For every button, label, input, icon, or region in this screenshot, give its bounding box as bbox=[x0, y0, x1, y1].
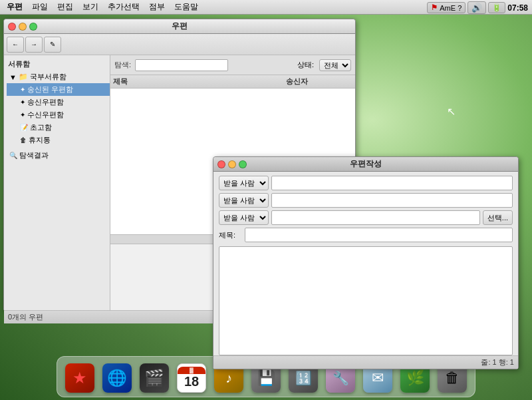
recipient1-input[interactable] bbox=[271, 176, 513, 190]
status-select[interactable]: 전체 bbox=[319, 59, 351, 71]
compose-window: 우편작성 받을 사람 받을 사람 받을 사람 선택... 제목: bbox=[213, 156, 519, 369]
mail-toolbar: ← → ✎ bbox=[4, 34, 355, 55]
volume-icon[interactable]: 🔊 bbox=[471, 3, 482, 13]
tray-box: ⚑ AmE ? bbox=[427, 2, 466, 13]
star-app-icon: ★ bbox=[65, 363, 94, 393]
dock-item-star[interactable]: ★ bbox=[63, 359, 97, 394]
calendar-app-icon: ▓ 18 bbox=[177, 363, 206, 393]
status-label: 상태: bbox=[297, 60, 314, 70]
window-controls bbox=[8, 23, 37, 31]
menubar: 우편 파일 편집 보기 추가선택 점부 도움말 ⚑ AmE ? 🔊 🔋 07:5… bbox=[0, 0, 532, 15]
compose-minimize-button[interactable] bbox=[228, 160, 236, 168]
menu-item-edit[interactable]: 편집 bbox=[53, 0, 77, 14]
sidebar-item-root[interactable]: ▼ 📁 국부서류함 bbox=[7, 71, 110, 83]
recipient3-row: 받을 사람 선택... bbox=[219, 210, 513, 225]
recipient2-input[interactable] bbox=[271, 193, 513, 208]
minimize-button[interactable] bbox=[19, 23, 27, 31]
col-sender: 송신자 bbox=[286, 77, 352, 87]
search-input[interactable] bbox=[135, 59, 228, 71]
mail-sidebar: 서류함 ▼ 📁 국부서류함 ✦ 송신된 우편함 ✦ 송신우편함 ✦ 수신우편함 bbox=[4, 55, 110, 310]
dock-item-film[interactable]: 🎬 bbox=[137, 359, 172, 394]
sidebar-label-inbox: 수신우편함 bbox=[27, 110, 64, 120]
recipient1-row: 받을 사람 bbox=[219, 176, 513, 190]
forward-button[interactable]: → bbox=[25, 37, 43, 53]
menu-item-mail[interactable]: 우편 bbox=[3, 0, 27, 14]
recipient3-type[interactable]: 받을 사람 bbox=[219, 210, 269, 225]
sidebar-item-trash[interactable]: 🗑 휴지통 bbox=[7, 134, 110, 146]
menu-items: 우편 파일 편집 보기 추가선택 점부 도움말 bbox=[3, 0, 202, 14]
col-title: 제목 bbox=[113, 77, 286, 87]
battery-icon: 🔋 bbox=[492, 3, 501, 12]
sidebar-item-sent[interactable]: ✦ 송신된 우편함 bbox=[7, 83, 110, 96]
mail-icon: ✦ bbox=[20, 86, 25, 93]
close-button[interactable] bbox=[8, 23, 16, 31]
compose-status-text: 줄: 1 행: 1 bbox=[481, 357, 514, 367]
subject-input[interactable] bbox=[245, 228, 513, 242]
sidebar-label-trash: 휴지통 bbox=[29, 135, 51, 145]
maximize-button[interactable] bbox=[29, 23, 37, 31]
sidebar-item-inbox[interactable]: ✦ 수신우편함 bbox=[7, 108, 110, 121]
mail-count: 0개의 우편 bbox=[8, 312, 43, 322]
sidebar-label-sent: 송신된 우편함 bbox=[27, 85, 73, 95]
sidebar-item-outbox[interactable]: ✦ 송신우편함 bbox=[7, 96, 110, 108]
compose-button[interactable]: ✎ bbox=[44, 37, 61, 53]
compose-status-bar: 줄: 1 행: 1 bbox=[213, 355, 518, 369]
trash-icon-sm: 🗑 bbox=[20, 136, 27, 144]
sidebar-tree: ▼ 📁 국부서류함 ✦ 송신된 우편함 ✦ 송신우편함 ✦ 수신우편함 � bbox=[4, 71, 110, 162]
flag-icon: ⚑ bbox=[431, 3, 438, 12]
battery-box: 🔋 bbox=[488, 2, 505, 13]
sidebar-item-drafts[interactable]: 📝 초고함 bbox=[7, 121, 110, 134]
compose-body[interactable] bbox=[219, 246, 513, 355]
recipient3-input[interactable] bbox=[271, 210, 480, 225]
compose-maximize-button[interactable] bbox=[239, 160, 247, 168]
sidebar-header: 서류함 bbox=[4, 58, 110, 71]
mail-list-header: 제목 송신자 bbox=[110, 75, 355, 89]
compose-controls bbox=[217, 160, 247, 168]
recipient2-type[interactable]: 받을 사람 bbox=[219, 193, 269, 208]
triangle-icon: ▼ bbox=[9, 73, 17, 81]
sidebar-label-root: 국부서류함 bbox=[30, 72, 66, 82]
select-button[interactable]: 선택... bbox=[483, 210, 513, 225]
search-bar: 탐색: 상태: 전체 bbox=[110, 55, 355, 75]
draft-icon: 📝 bbox=[20, 124, 28, 131]
compose-titlebar: 우편작성 bbox=[213, 157, 518, 172]
sidebar-label-search: 탐색결과 bbox=[19, 150, 49, 160]
menu-item-attach[interactable]: 점부 bbox=[145, 0, 169, 14]
ime-label[interactable]: AmE ? bbox=[440, 4, 462, 12]
sidebar-label-outbox: 송신우편함 bbox=[27, 97, 64, 107]
compose-close-button[interactable] bbox=[217, 160, 225, 168]
globe-app-icon: 🌐 bbox=[102, 363, 132, 393]
recipient2-row: 받을 사람 bbox=[219, 193, 513, 208]
recipient1-type[interactable]: 받을 사람 bbox=[219, 176, 269, 190]
film-app-icon: 🎬 bbox=[140, 363, 169, 393]
mail-icon-3: ✦ bbox=[20, 111, 25, 118]
menu-item-extra[interactable]: 추가선택 bbox=[104, 0, 144, 14]
system-tray: ⚑ AmE ? 🔊 🔋 07:58 bbox=[427, 1, 528, 14]
folder-icon: 📁 bbox=[19, 73, 28, 81]
compose-window-title: 우편작성 bbox=[350, 158, 382, 170]
compose-fields: 받을 사람 받을 사람 받을 사람 선택... 제목: bbox=[213, 172, 518, 246]
menu-item-view[interactable]: 보기 bbox=[78, 0, 102, 14]
menu-item-file[interactable]: 파일 bbox=[28, 0, 52, 14]
volume-box: 🔊 bbox=[467, 1, 486, 14]
subject-row: 제목: bbox=[219, 228, 513, 242]
sidebar-label-drafts: 초고함 bbox=[30, 122, 52, 132]
mail-titlebar: 우편 bbox=[4, 19, 355, 34]
menu-item-help[interactable]: 도움말 bbox=[170, 0, 202, 14]
mail-window-title: 우편 bbox=[172, 21, 188, 32]
clock: 07:58 bbox=[507, 3, 528, 13]
sidebar-item-search[interactable]: 🔍 탐색결과 bbox=[7, 149, 110, 162]
search-label: 탐색: bbox=[114, 60, 131, 70]
search-icon-sm: 🔍 bbox=[9, 152, 17, 159]
dock-item-calendar[interactable]: ▓ 18 bbox=[174, 359, 209, 394]
mail-icon-2: ✦ bbox=[20, 99, 25, 106]
dock-item-globe[interactable]: 🌐 bbox=[100, 359, 134, 394]
subject-label: 제목: bbox=[219, 230, 242, 240]
back-button[interactable]: ← bbox=[7, 37, 24, 53]
